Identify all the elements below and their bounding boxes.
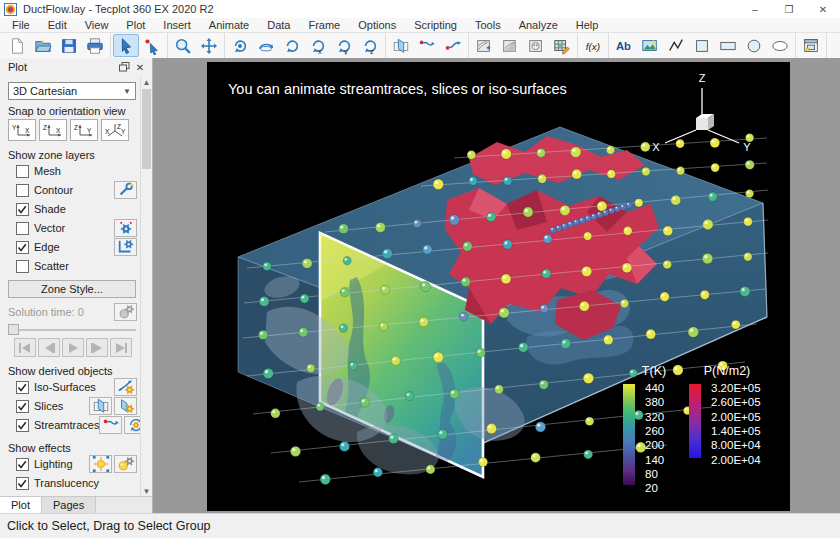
menu-help[interactable]: Help <box>567 18 608 32</box>
scatter-sphere <box>535 422 545 432</box>
scatter-sphere <box>606 146 614 154</box>
playback-prev-button[interactable] <box>38 338 60 357</box>
polyline-tool-button[interactable] <box>663 34 689 57</box>
text-tool-button[interactable]: Ab <box>611 34 637 57</box>
grid-edit-tool-button[interactable] <box>549 34 575 57</box>
open-file-button[interactable] <box>30 34 56 57</box>
snap-orientation-label: Snap to orientation view <box>8 105 141 117</box>
streamtrace-curve-tool-button[interactable] <box>440 34 466 57</box>
rectangle-tool-button[interactable] <box>715 34 741 57</box>
close-panel-icon[interactable]: ✕ <box>132 60 148 74</box>
plot-frame[interactable]: You can animate streamtraces, slices or … <box>207 62 790 511</box>
slice-gear-button[interactable] <box>114 397 137 415</box>
menu-frame[interactable]: Frame <box>299 18 349 32</box>
zone-layer-checkbox-edge[interactable] <box>16 240 29 253</box>
edge-gear-button[interactable] <box>114 238 137 256</box>
sidebar-scrollbar[interactable]: ▲ ▼ <box>140 76 152 497</box>
zone-layer-checkbox-shade[interactable] <box>16 202 29 215</box>
tab-plot[interactable]: Plot <box>0 497 42 513</box>
slider-handle[interactable] <box>8 324 19 335</box>
snap-view-yx-button[interactable]: YX <box>8 119 36 141</box>
playback-last-button[interactable] <box>110 338 132 357</box>
rotate-rollerball-button[interactable] <box>227 34 253 57</box>
float-panel-icon[interactable] <box>116 60 132 74</box>
stream-button[interactable] <box>99 416 122 434</box>
zone-layer-checkbox-contour[interactable] <box>16 183 29 196</box>
playback-first-button[interactable] <box>14 338 36 357</box>
sun-button[interactable] <box>89 455 112 473</box>
menu-analyze[interactable]: Analyze <box>510 18 567 32</box>
effect-checkbox-translucency[interactable] <box>16 476 29 489</box>
print-button[interactable] <box>82 34 108 57</box>
zone-layer-checkbox-scatter[interactable] <box>16 259 29 272</box>
derived-checkbox-streamtraces[interactable] <box>16 418 29 431</box>
translate-button[interactable] <box>196 34 222 57</box>
menu-data[interactable]: Data <box>258 18 299 32</box>
menu-edit[interactable]: Edit <box>39 18 76 32</box>
zone-style-button[interactable]: Zone Style... <box>8 280 136 298</box>
scrollbar-thumb[interactable] <box>142 89 151 169</box>
derived-objects-label: Show derived objects <box>8 365 141 377</box>
menu-plot[interactable]: Plot <box>117 18 154 32</box>
ellipse-tool-button[interactable] <box>767 34 793 57</box>
menu-view[interactable]: View <box>76 18 118 32</box>
translucency-tool-button[interactable] <box>497 34 523 57</box>
rotate-spin-button[interactable] <box>279 34 305 57</box>
image-tool-button[interactable] <box>637 34 663 57</box>
menu-file[interactable]: File <box>3 18 39 32</box>
snap-view-xyz-button[interactable]: ZXY <box>101 119 129 141</box>
light-gear-button[interactable] <box>114 455 137 473</box>
function-tool-button[interactable]: f(x) <box>580 34 606 57</box>
blanking-tool-button[interactable] <box>523 34 549 57</box>
rotate-twist-button[interactable] <box>253 34 279 57</box>
restore-button[interactable]: ❐ <box>772 0 806 18</box>
legend-1[interactable]: P(N/m2)3.20E+052.60E+052.00E+051.40E+058… <box>689 364 761 466</box>
snap-view-zx-button[interactable]: ZX <box>39 119 67 141</box>
annotation-text[interactable]: You can animate streamtraces, slices or … <box>228 81 567 97</box>
scatter-sphere <box>572 169 582 179</box>
tab-pages[interactable]: Pages <box>42 497 96 513</box>
scroll-up-icon[interactable]: ▲ <box>141 76 152 88</box>
rotate-z-button[interactable]: z <box>357 34 383 57</box>
square-tool-button[interactable] <box>689 34 715 57</box>
menu-animate[interactable]: Animate <box>200 18 258 32</box>
effect-checkbox-lighting[interactable] <box>16 457 29 470</box>
contour-tool-button[interactable] <box>471 34 497 57</box>
derived-label: Slices <box>34 400 63 412</box>
scatter-sphere <box>702 253 712 263</box>
menu-insert[interactable]: Insert <box>154 18 200 32</box>
solution-time-slider[interactable] <box>8 324 136 335</box>
menu-options[interactable]: Options <box>349 18 405 32</box>
menu-tools[interactable]: Tools <box>466 18 510 32</box>
rotate-y-button[interactable]: y <box>331 34 357 57</box>
derived-checkbox-slices[interactable] <box>16 399 29 412</box>
new-file-button[interactable] <box>4 34 30 57</box>
playback-play-button[interactable] <box>62 338 84 357</box>
rotate-x-button[interactable]: x <box>305 34 331 57</box>
playback-next-button[interactable] <box>86 338 108 357</box>
legend-0[interactable]: T(K)4403803202602001408020 <box>623 364 666 494</box>
zone-layer-checkbox-vector[interactable] <box>16 221 29 234</box>
circle-tool-button[interactable] <box>741 34 767 57</box>
wand-button[interactable] <box>114 181 137 199</box>
zone-layer-checkbox-mesh[interactable] <box>16 164 29 177</box>
select-button[interactable] <box>113 34 139 57</box>
menu-scripting[interactable]: Scripting <box>405 18 466 32</box>
streamtrace-tool-button[interactable] <box>414 34 440 57</box>
derived-checkbox-iso-surfaces[interactable] <box>16 380 29 393</box>
save-button[interactable] <box>56 34 82 57</box>
iso-gear-button[interactable] <box>114 378 137 396</box>
stream-gear-button[interactable] <box>124 416 141 434</box>
minimize-button[interactable]: – <box>738 0 772 18</box>
slice-button[interactable] <box>89 397 112 415</box>
slice-tool-button[interactable] <box>388 34 414 57</box>
plot-type-dropdown[interactable]: 3D Cartesian ▼ <box>8 82 136 100</box>
close-button[interactable]: ✕ <box>806 0 840 18</box>
solution-time-settings-button[interactable] <box>114 303 137 321</box>
scatter-sphere <box>459 312 468 321</box>
frame-tool-button[interactable] <box>798 34 824 57</box>
gear-arrows-button[interactable] <box>114 219 137 237</box>
snap-view-zy-button[interactable]: ZY <box>70 119 98 141</box>
adjust-button[interactable] <box>139 34 165 57</box>
zoom-button[interactable] <box>170 34 196 57</box>
